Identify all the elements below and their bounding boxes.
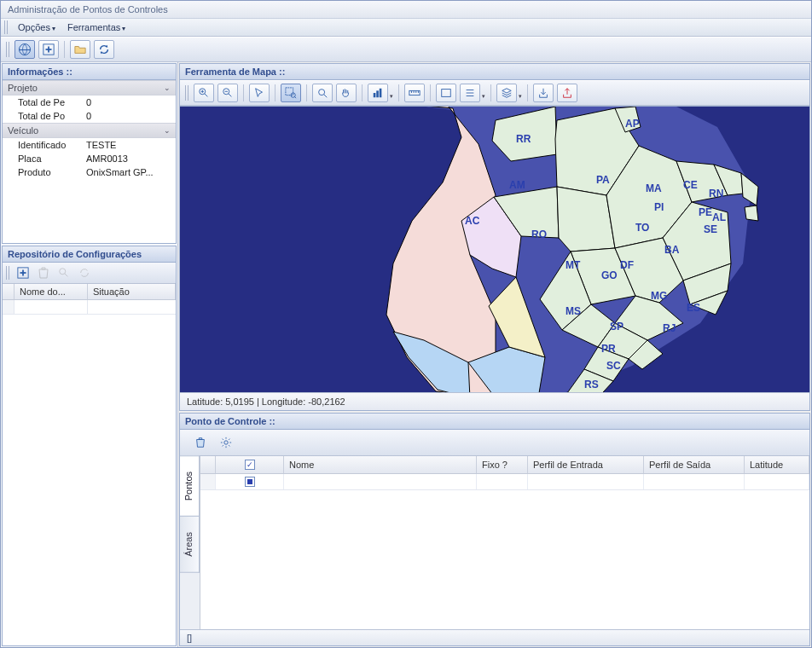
zoom-in-icon [198, 87, 210, 99]
map-zoom-extent-button[interactable] [312, 84, 333, 102]
ruler-icon [409, 87, 420, 99]
pc-settings-button[interactable] [216, 433, 236, 452]
folder-open-icon [74, 43, 86, 55]
col-check[interactable] [216, 456, 284, 473]
map-layers-button[interactable] [496, 84, 517, 102]
pc-grid-row[interactable] [200, 474, 809, 490]
globe-icon [19, 43, 31, 55]
svg-line-19 [324, 95, 328, 98]
repo-add-button[interactable] [14, 265, 32, 281]
svg-rect-15 [286, 88, 293, 95]
menubar-grip[interactable] [4, 20, 9, 34]
chevron-down-icon: ⌄ [164, 126, 171, 135]
svg-text:AC: AC [465, 215, 480, 227]
svg-text:SC: SC [606, 360, 621, 372]
menu-opcoes[interactable]: Opções▾ [13, 20, 61, 34]
import-icon [561, 87, 573, 99]
map-import-button[interactable] [557, 84, 577, 102]
svg-text:RR: RR [516, 133, 531, 145]
col-situacao[interactable]: Situação [88, 284, 176, 299]
layers-icon [501, 87, 513, 99]
svg-text:MA: MA [646, 182, 662, 194]
pc-statusbar: [] [180, 629, 809, 645]
map-chart-button[interactable] [368, 84, 388, 102]
section-projeto[interactable]: Projeto ⌄ [3, 80, 176, 95]
separator [306, 84, 307, 101]
tab-pontos[interactable]: Pontos [180, 455, 200, 517]
chevron-down-icon: ⌄ [164, 84, 171, 92]
chart-icon [372, 87, 384, 99]
svg-text:MG: MG [651, 290, 667, 302]
toolbar-grip[interactable] [185, 85, 190, 101]
map-viewport[interactable]: RR AP AM PA MA PI CE RN PE AL SE AC RO T… [180, 106, 809, 392]
separator [275, 84, 276, 101]
trash-icon [194, 437, 206, 448]
checkbox-icon[interactable] [245, 460, 255, 470]
toolbar-grip[interactable] [6, 266, 11, 280]
svg-text:GO: GO [601, 269, 618, 281]
row-header-col [3, 284, 14, 299]
map-panel-header: Ferramenta de Mapa :: [180, 64, 809, 80]
map-zoom-in-button[interactable] [194, 84, 214, 102]
col-perfil-saida[interactable]: Perfil de Saída [644, 456, 745, 473]
svg-point-6 [60, 269, 66, 275]
tool-add-button[interactable] [38, 40, 59, 59]
map-zoom-out-button[interactable] [218, 84, 238, 102]
tool-refresh-button[interactable] [94, 40, 114, 59]
svg-line-13 [229, 94, 232, 97]
svg-text:AP: AP [625, 118, 640, 130]
separator [490, 84, 491, 101]
toolbar-grip[interactable] [6, 42, 11, 57]
col-fixo[interactable]: Fixo ? [477, 456, 528, 473]
svg-rect-21 [376, 90, 379, 97]
tool-project-button[interactable] [14, 40, 35, 59]
dropdown-caret-icon[interactable]: ▾ [482, 93, 485, 102]
left-column: Informações :: Projeto ⌄ Total de Pe0 To… [1, 62, 178, 647]
map-measure-button[interactable] [404, 84, 425, 102]
svg-text:PR: PR [601, 343, 616, 355]
refresh-icon [78, 267, 90, 279]
caret-down-icon: ▾ [52, 25, 55, 32]
pc-toolbar [180, 430, 809, 456]
main-toolbar [1, 37, 811, 62]
map-pan-button[interactable] [336, 84, 357, 102]
menubar: Opções▾ Ferramentas▾ [1, 19, 811, 37]
tool-open-button[interactable] [70, 40, 90, 59]
svg-text:PA: PA [596, 174, 610, 186]
svg-rect-28 [442, 90, 451, 97]
col-latitude[interactable]: Latitude [745, 456, 809, 473]
menu-ferramentas[interactable]: Ferramentas▾ [62, 20, 130, 34]
window-titlebar: Administração de Pontos de Controles [1, 1, 811, 19]
svg-text:RS: RS [584, 379, 599, 391]
body: Informações :: Projeto ⌄ Total de Pe0 To… [1, 62, 811, 647]
svg-text:SE: SE [704, 223, 717, 235]
map-export-button[interactable] [533, 84, 554, 102]
checkbox-icon[interactable] [245, 477, 255, 487]
svg-line-9 [205, 94, 208, 97]
map-zoom-area-button[interactable] [281, 84, 301, 102]
map-pointer-button[interactable] [249, 84, 270, 102]
repo-search-button [55, 265, 72, 281]
dropdown-caret-icon[interactable]: ▾ [390, 93, 393, 102]
kv-row: IdentificadoTESTE [3, 138, 176, 152]
tab-areas[interactable]: Áreas [180, 516, 200, 573]
svg-text:BA: BA [664, 244, 680, 256]
separator [398, 84, 399, 101]
dropdown-caret-icon[interactable]: ▾ [519, 93, 522, 102]
map-list-button[interactable] [460, 84, 480, 102]
ponto-controle-panel: Ponto de Controle :: Pontos Áreas [179, 413, 810, 646]
pc-grid-body [200, 490, 809, 629]
col-perfil-entrada[interactable]: Perfil de Entrada [528, 456, 644, 473]
svg-text:DF: DF [620, 259, 634, 271]
svg-rect-20 [374, 93, 376, 97]
map-svg: RR AP AM PA MA PI CE RN PE AL SE AC RO T… [342, 106, 809, 392]
map-rect-button[interactable] [436, 84, 456, 102]
kv-row: Total de Pe0 [3, 95, 176, 109]
pc-delete-button[interactable] [190, 433, 211, 452]
plus-icon [17, 267, 29, 279]
col-nome[interactable]: Nome [284, 456, 477, 473]
section-veiculo[interactable]: Veículo ⌄ [3, 123, 176, 138]
col-nome[interactable]: Nome do... [14, 284, 88, 299]
separator [527, 84, 528, 101]
svg-point-58 [224, 441, 228, 444]
